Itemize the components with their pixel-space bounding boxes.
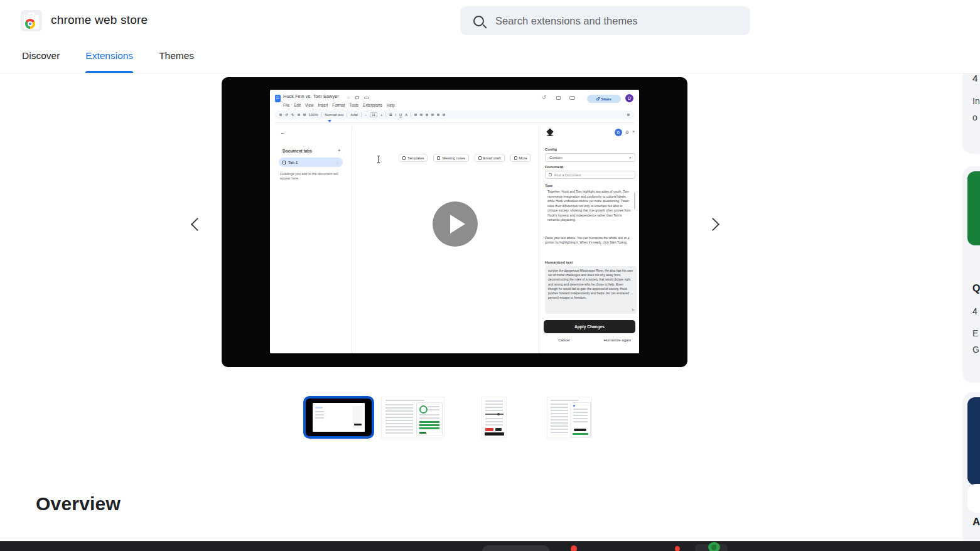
checklist-icon xyxy=(443,114,445,116)
search-menus-icon xyxy=(279,114,282,116)
related-extension-card-3[interactable]: A xyxy=(962,392,980,551)
text-color-icon: A xyxy=(405,113,407,117)
zoom-select: 100% xyxy=(309,113,318,117)
mini-apply-button xyxy=(354,424,362,425)
mini-text-lines xyxy=(385,404,413,434)
chip-email-draft: Email draft xyxy=(475,154,505,162)
config-select: Custom ▾ xyxy=(545,153,635,162)
store-bag-slot-icon xyxy=(30,14,33,15)
chrome-web-store-logo[interactable] xyxy=(21,10,42,31)
left-panel-divider xyxy=(352,126,352,353)
media-red-dot xyxy=(571,545,577,551)
outline-hint-text: Headings you add to the document will ap… xyxy=(280,172,340,181)
related-extension-card-1[interactable]: 4 In o xyxy=(962,65,980,154)
card-promo-image xyxy=(967,397,980,485)
chip-meeting-notes: Meeting notes xyxy=(433,154,468,162)
mini-text-lines xyxy=(485,400,503,412)
ruler-indent-marker xyxy=(328,120,331,122)
email-draft-icon xyxy=(478,156,482,160)
tab-themes[interactable]: Themes xyxy=(159,50,194,73)
card-rating: 4 xyxy=(972,73,977,83)
green-progress-bar xyxy=(573,433,588,435)
line-spacing-icon xyxy=(437,114,439,116)
back-arrow-icon: ← xyxy=(280,129,286,136)
menu-view: View xyxy=(305,103,314,107)
doc-tab-label: Tab 1 xyxy=(288,160,298,164)
font-size-minus-icon: − xyxy=(365,113,367,117)
media-green-leaf-icon xyxy=(708,542,720,551)
play-button[interactable] xyxy=(433,201,478,247)
document-label: Document xyxy=(545,165,563,169)
green-button xyxy=(419,432,426,434)
card-description-line: o xyxy=(972,112,977,122)
templates-icon xyxy=(402,156,406,160)
search-icon xyxy=(473,16,484,26)
black-button xyxy=(574,429,586,431)
card-description-line: G xyxy=(972,345,979,355)
carousel-next-button[interactable] xyxy=(697,209,728,239)
config-value: Custom xyxy=(549,156,563,159)
redo-icon: ↻ xyxy=(291,113,294,117)
caret-down-icon: ▾ xyxy=(629,156,631,159)
mini-logo-dot xyxy=(573,405,575,407)
tab-discover[interactable]: Discover xyxy=(22,50,60,73)
toolbar-separator xyxy=(321,112,322,117)
tab-options-icon: ⋮ xyxy=(335,160,339,164)
mini-text-lines xyxy=(419,414,439,419)
search-input[interactable] xyxy=(494,14,741,28)
chip-more: More xyxy=(510,154,531,162)
related-extension-card-2[interactable]: Q 4 E G xyxy=(962,166,980,383)
card-image-badge xyxy=(967,484,980,513)
apply-changes-button: Apply Changes xyxy=(544,320,635,333)
thumbnail-screenshot-1[interactable] xyxy=(381,397,444,438)
comment-add-icon xyxy=(420,114,423,116)
share-label: Share xyxy=(601,97,611,101)
menu-format: Format xyxy=(332,103,345,107)
humanized-text-label: Humanized text xyxy=(545,260,573,264)
meeting-notes-icon xyxy=(437,156,440,160)
more-icon xyxy=(514,156,517,160)
menu-tools: Tools xyxy=(349,103,358,107)
config-label: Config xyxy=(545,147,557,151)
docs-toolbar: ↺ ↻ 100% Normal text Arial − 11 + B I U … xyxy=(275,110,634,119)
video-player[interactable]: Huck Finn vs. Tom Sawyer ☆ ↺ Share D Fil… xyxy=(222,77,687,367)
find-document-placeholder: Find a Document xyxy=(554,173,581,177)
mini-text-lines xyxy=(428,406,439,412)
thumbnail-screenshot-2[interactable] xyxy=(482,397,507,438)
tab-doc-icon xyxy=(283,161,286,164)
search-bar[interactable] xyxy=(460,6,750,35)
docs-ruler xyxy=(275,122,634,123)
extension-logo-icon xyxy=(546,129,554,137)
menu-insert: Insert xyxy=(318,103,328,107)
thumbnail-video-selected[interactable] xyxy=(303,396,374,439)
mini-popup-panel xyxy=(416,402,443,436)
print-icon xyxy=(298,114,300,116)
find-document-input: Find a Document xyxy=(545,171,635,179)
star-icon: ☆ xyxy=(347,95,350,100)
extension-avatar: D xyxy=(615,129,622,136)
font-select: Arial xyxy=(350,113,358,117)
carousel-prev-button[interactable] xyxy=(182,209,212,239)
card-description-line: E xyxy=(972,328,978,338)
close-panel-icon: × xyxy=(632,129,635,134)
add-tab-icon: + xyxy=(338,147,341,153)
settings-gear-icon: ⚙ xyxy=(625,130,629,135)
toolbar-separator xyxy=(347,112,347,117)
smart-chips-row: Templates Meeting notes Email draft More xyxy=(399,154,531,162)
lock-icon xyxy=(596,99,599,101)
text-label: Text xyxy=(545,184,552,188)
thumbnail-screenshot-3[interactable] xyxy=(547,397,592,438)
chrome-logo-icon xyxy=(25,19,35,29)
undo-icon: ↺ xyxy=(285,113,288,117)
tab-extensions[interactable]: Extensions xyxy=(85,50,133,73)
comment-icon xyxy=(556,96,561,100)
humanized-text-box: survive the dangerous Mississippi River.… xyxy=(545,266,637,314)
card-title: A xyxy=(972,516,980,528)
mini-tab-pill xyxy=(315,407,323,409)
app-title[interactable]: chrome web store xyxy=(51,13,148,27)
docs-avatar: D xyxy=(625,94,633,102)
media-pill-shape xyxy=(482,545,549,551)
mini-heading-line xyxy=(551,400,578,401)
mini-popup-panel xyxy=(571,402,591,437)
card-promo-image xyxy=(967,171,980,245)
